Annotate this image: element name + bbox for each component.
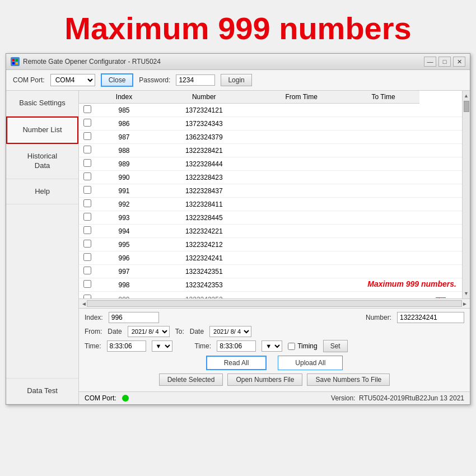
sidebar-item-historical-data[interactable]: HistoricalData [6, 144, 78, 179]
cell-number: 1372324121 [152, 104, 255, 117]
svg-rect-2 [12, 62, 15, 64]
sidebar-item-basic-settings[interactable]: Basic Settings [6, 91, 78, 116]
maximize-button[interactable]: □ [438, 57, 451, 67]
cell-from-time [255, 157, 347, 171]
cell-number: 1322328445 [152, 211, 255, 225]
row-checkbox[interactable] [83, 226, 91, 234]
from-time-label: Time: [85, 342, 101, 350]
cell-index: 987 [96, 130, 152, 144]
close-button[interactable]: Close [101, 73, 134, 87]
from-time-select[interactable]: ▼ [152, 340, 172, 352]
to-time-select[interactable]: ▼ [262, 340, 282, 352]
vertical-scrollbar[interactable]: ▲ ▼ [462, 91, 470, 298]
password-input[interactable] [176, 74, 215, 86]
status-com-port-label: COM Port: [85, 394, 116, 402]
number-list-table-container[interactable]: Index Number From Time To Time 985137232… [79, 91, 462, 298]
cell-number: 1322328421 [152, 144, 255, 157]
scroll-thumb[interactable] [464, 101, 469, 112]
index-number-row: Index: Number: [85, 312, 464, 323]
timing-checkbox-group: Timing [288, 342, 318, 350]
com-port-select[interactable]: COM4 [50, 74, 95, 86]
cell-from-time [255, 130, 347, 144]
cell-index: 985 [96, 104, 152, 117]
delete-selected-button[interactable]: Delete Selected [159, 374, 223, 386]
svg-rect-0 [12, 59, 15, 61]
number-input[interactable] [397, 312, 464, 323]
cell-from-time [255, 251, 347, 265]
minimize-button[interactable]: — [424, 57, 436, 67]
app-window: Remote Gate Opener Configurator - RTU502… [6, 53, 470, 405]
row-checkbox[interactable] [83, 105, 91, 113]
upload-all-button[interactable]: Upload All [278, 356, 343, 370]
timing-label: Timing [297, 342, 318, 350]
cell-number: 1323242351 [152, 265, 255, 278]
time-row: Time: ▼ Time: ▼ Timing Set [85, 340, 464, 352]
cell-index: 995 [96, 238, 152, 251]
cell-from-time [255, 238, 347, 251]
sidebar-item-help[interactable]: Help [6, 179, 78, 205]
cell-index: 994 [96, 225, 152, 238]
toolbar: COM Port: COM4 Close Password: Login [6, 70, 470, 91]
row-checkbox[interactable] [83, 280, 91, 288]
table-row: 9891322328444 [79, 157, 462, 171]
row-checkbox[interactable] [83, 159, 91, 167]
scroll-down-arrow[interactable]: ▼ [464, 290, 469, 297]
cell-to-time [347, 184, 419, 198]
from-time-input[interactable] [107, 340, 146, 352]
cell-to-time [347, 157, 419, 171]
open-numbers-file-button[interactable]: Open Numbers File [227, 374, 302, 386]
cell-to-time [347, 104, 419, 117]
file-action-row: Delete Selected Open Numbers File Save N… [85, 374, 464, 386]
to-date-label: Date [190, 328, 204, 335]
version-text: Version: RTU5024-2019RtuB22Jun 13 2021 [331, 394, 464, 402]
window-close-button[interactable]: ✕ [453, 57, 465, 67]
row-checkbox[interactable] [83, 253, 91, 261]
cell-number: 1322328444 [152, 157, 255, 171]
row-checkbox[interactable] [83, 295, 91, 298]
timing-checkbox[interactable] [288, 343, 295, 350]
col-from-time: From Time [255, 91, 347, 104]
cell-to-time [347, 211, 419, 225]
from-date-select[interactable]: 2021/ 8/ 4 [128, 326, 170, 337]
row-checkbox[interactable] [83, 213, 91, 221]
cell-index: 996 [96, 251, 152, 265]
row-checkbox[interactable] [83, 199, 91, 207]
cell-index: 999 [96, 292, 152, 299]
to-date-select[interactable]: 2021/ 8/ 4 [209, 326, 251, 337]
status-indicator [122, 395, 129, 402]
from-to-date-row: From: Date 2021/ 8/ 4 To: Date 2021/ 8/ … [85, 326, 464, 337]
col-index: Index [96, 91, 152, 104]
row-checkbox[interactable] [83, 240, 91, 248]
sidebar-item-number-list[interactable]: Number List [6, 116, 78, 144]
com-port-label: COM Port: [13, 76, 45, 84]
table-row: 9991323242353← [79, 292, 462, 299]
bottom-panel: Index: Number: From: Date 2021/ 8/ 4 To:… [79, 308, 470, 391]
table-row: 9861372324343 [79, 117, 462, 130]
row-checkbox[interactable] [83, 146, 91, 153]
table-row: 9971323242351 [79, 265, 462, 278]
row-checkbox[interactable] [83, 132, 91, 140]
table-row: 9951322324212 [79, 238, 462, 251]
title-bar: Remote Gate Opener Configurator - RTU502… [6, 54, 470, 70]
save-numbers-to-file-button[interactable]: Save Numbers To File [307, 374, 390, 386]
index-input[interactable] [109, 312, 159, 323]
cell-to-time [347, 238, 419, 251]
password-label: Password: [139, 76, 170, 84]
cell-to-time [347, 130, 419, 144]
row-checkbox[interactable] [83, 186, 91, 194]
cell-to-time [347, 265, 419, 278]
scroll-up-arrow[interactable]: ▲ [464, 92, 469, 100]
cell-from-time [255, 184, 347, 198]
login-button[interactable]: Login [221, 74, 251, 86]
horizontal-scrollbar[interactable] [87, 300, 462, 307]
to-time-input[interactable] [217, 340, 256, 352]
cell-to-time [347, 117, 419, 130]
from-label: From: [85, 328, 102, 335]
set-button[interactable]: Set [323, 340, 348, 352]
row-checkbox[interactable] [83, 172, 91, 180]
row-checkbox[interactable] [83, 267, 91, 274]
cell-number: 1322324241 [152, 251, 255, 265]
sidebar-item-data-test[interactable]: Data Test [6, 378, 78, 404]
row-checkbox[interactable] [83, 119, 91, 127]
read-all-button[interactable]: Read All [206, 356, 267, 370]
